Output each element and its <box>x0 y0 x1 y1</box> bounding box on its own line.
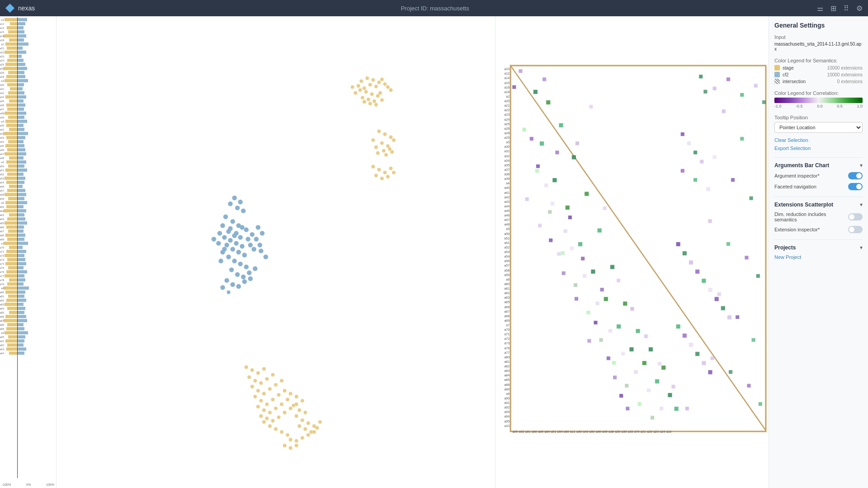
dim-reduction-row: Dim. reduction includes semantics <box>774 211 863 222</box>
svg-text:a86: a86 <box>0 315 5 318</box>
svg-point-308 <box>228 238 232 243</box>
svg-point-379 <box>259 414 263 418</box>
svg-text:a54: a54 <box>0 181 5 184</box>
intersection-swatch <box>774 79 780 84</box>
extensions-scatterplot-header[interactable]: Extensions Scatterplot ▾ <box>774 202 863 208</box>
correlation-labels: -1.0 -0.5 0.0 0.5 1.0 <box>774 104 863 108</box>
svg-text:a26: a26 <box>0 67 5 70</box>
svg-text:a93: a93 <box>0 348 5 351</box>
svg-rect-54 <box>9 128 17 131</box>
svg-point-310 <box>240 244 244 249</box>
svg-rect-524 <box>542 77 546 81</box>
svg-point-387 <box>295 395 298 399</box>
svg-rect-559 <box>647 389 651 392</box>
svg-rect-621 <box>700 160 703 164</box>
svg-rect-45 <box>17 108 24 111</box>
svg-rect-149 <box>17 319 27 322</box>
svg-rect-601 <box>708 219 712 223</box>
svg-rect-140 <box>5 303 17 306</box>
svg-point-329 <box>251 247 256 251</box>
input-section: Input massachusetts_srta_2014-11-13.gml.… <box>774 34 863 52</box>
svg-point-355 <box>262 367 266 371</box>
axis-label-zero: 0% <box>26 483 31 486</box>
arguments-bar-chart-header[interactable]: Arguments Bar Chart ▾ <box>774 162 863 169</box>
svg-text:a33: a33 <box>627 430 633 434</box>
svg-text:a45: a45 <box>0 145 5 147</box>
svg-rect-15 <box>17 47 23 50</box>
logo-icon <box>5 4 14 13</box>
svg-text:a23: a23 <box>0 55 5 58</box>
faceted-navigation-toggle[interactable] <box>848 183 863 190</box>
svg-rect-580 <box>655 379 659 383</box>
svg-point-327 <box>216 241 221 245</box>
svg-point-321 <box>248 243 253 247</box>
svg-rect-21 <box>17 59 24 62</box>
svg-rect-39 <box>17 95 26 99</box>
svg-rect-158 <box>5 339 17 343</box>
svg-rect-42 <box>6 103 17 107</box>
svg-rect-136 <box>8 295 17 298</box>
scatterplot-panel[interactable] <box>57 16 495 488</box>
svg-rect-589 <box>586 311 590 314</box>
svg-point-313 <box>224 243 229 247</box>
svg-rect-605 <box>717 292 721 296</box>
svg-text:a59: a59 <box>504 273 509 277</box>
scatterplot-chevron-icon: ▾ <box>860 202 863 208</box>
svg-rect-47 <box>17 112 26 115</box>
svg-point-336 <box>212 237 216 241</box>
svg-text:a78: a78 <box>0 279 5 282</box>
svg-rect-159 <box>17 339 24 343</box>
svg-point-266 <box>378 91 382 95</box>
color-legend-semantics-label: Color Legend for Semantics: <box>774 58 863 63</box>
svg-rect-138 <box>6 299 17 302</box>
svg-rect-617 <box>762 100 766 104</box>
svg-point-382 <box>277 415 281 419</box>
svg-rect-551 <box>551 202 554 206</box>
projects-header[interactable]: Projects ▾ <box>774 244 863 251</box>
tooltip-position-dropdown[interactable]: Pointer Location <box>774 122 863 133</box>
axis-label-neg: -100% <box>2 483 11 486</box>
svg-text:a15: a15 <box>0 31 5 33</box>
svg-rect-6 <box>8 30 17 33</box>
svg-rect-90 <box>5 201 17 204</box>
svg-rect-81 <box>17 181 24 184</box>
svg-text:a77: a77 <box>504 351 509 355</box>
input-value: massachusetts_srta_2014-11-13.gml.50.apx <box>774 42 863 52</box>
correlation-gradient <box>774 98 863 103</box>
svg-text:a35: a35 <box>504 164 509 167</box>
svg-point-413 <box>315 426 319 430</box>
svg-point-401 <box>274 427 278 431</box>
svg-rect-60 <box>8 140 17 143</box>
filter-icon[interactable]: ⚌ <box>817 4 823 13</box>
svg-text:a49: a49 <box>602 430 608 434</box>
extension-inspector-toggle[interactable] <box>848 226 863 233</box>
svg-rect-111 <box>17 242 28 245</box>
export-selection-link[interactable]: Export Selection <box>774 145 863 151</box>
svg-rect-14 <box>7 47 17 50</box>
svg-text:a59: a59 <box>0 197 5 200</box>
svg-text:a10: a10 <box>504 424 509 428</box>
settings-icon[interactable]: ⚙ <box>856 4 863 13</box>
svg-rect-134 <box>5 291 17 294</box>
svg-text:a53: a53 <box>0 177 5 180</box>
svg-rect-4 <box>7 26 17 29</box>
tooltip-position-label: Tooltip Position <box>774 115 863 120</box>
argument-inspector-toggle[interactable] <box>848 172 863 179</box>
svg-rect-576 <box>629 347 633 352</box>
dim-reduction-toggle[interactable] <box>848 213 863 221</box>
grid-icon[interactable]: ⊞ <box>830 4 836 13</box>
apps-icon[interactable]: ⠿ <box>844 4 849 13</box>
svg-rect-624 <box>706 187 710 191</box>
svg-rect-546 <box>644 334 648 338</box>
clear-selection-link[interactable]: Clear Selection <box>774 137 863 143</box>
svg-point-330 <box>258 243 262 247</box>
svg-rect-109 <box>17 238 24 241</box>
svg-rect-522 <box>530 137 533 141</box>
svg-rect-88 <box>8 197 17 200</box>
heatmap-svg: a10a12a14 a15a16a18 a2a20a21 a22a23a24 a… <box>502 19 768 481</box>
svg-point-256 <box>374 84 378 88</box>
svg-rect-600 <box>750 197 753 200</box>
svg-rect-573 <box>610 265 614 269</box>
svg-rect-33 <box>17 83 24 86</box>
new-project-link[interactable]: New Project <box>774 254 863 260</box>
